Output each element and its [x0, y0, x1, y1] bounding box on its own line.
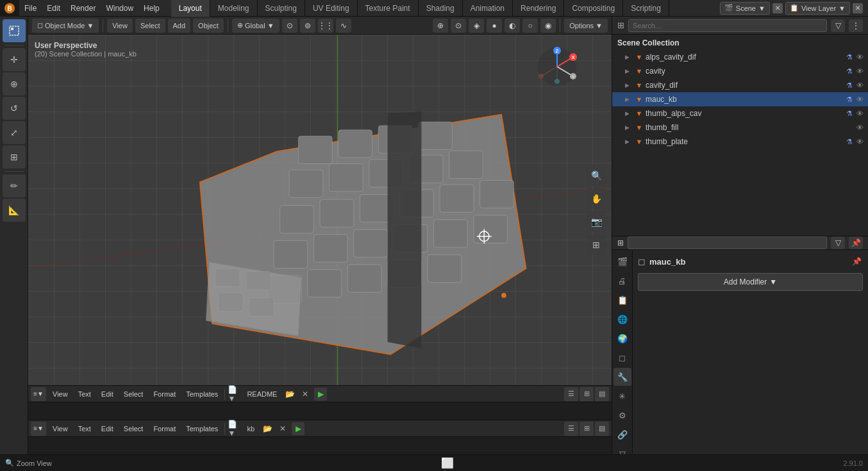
te1-new-btn[interactable]: 📄▼	[228, 388, 240, 401]
snap-btn[interactable]: ⊙	[282, 19, 297, 33]
shading-render[interactable]: ○	[522, 19, 538, 33]
outliner-search[interactable]	[628, 19, 827, 32]
tool-transform[interactable]: ⊞	[3, 145, 26, 169]
tab-sculpting[interactable]: Sculpting	[258, 0, 305, 17]
item-visibility-5[interactable]: 👁	[854, 122, 865, 133]
props-tab-physics[interactable]: ⚙	[613, 406, 631, 424]
props-tab-constraints[interactable]: 🔗	[613, 426, 631, 443]
te2-text[interactable]: Text	[74, 422, 95, 436]
te2-run-btn[interactable]: ▶	[292, 422, 305, 435]
props-tab-render[interactable]: 🎬	[613, 252, 631, 270]
tab-layout[interactable]: Layout	[171, 0, 210, 17]
te1-select[interactable]: Select	[120, 387, 147, 401]
transform-btn[interactable]: ⊕ Global ▼	[232, 19, 280, 33]
tool-scale[interactable]: ⤢	[3, 121, 26, 144]
tab-rendering[interactable]: Rendering	[513, 0, 564, 17]
props-search[interactable]	[628, 236, 827, 249]
props-tab-particles[interactable]: ✳	[613, 387, 631, 405]
te2-new-btn[interactable]: 📄▼	[228, 422, 240, 435]
add-menu-btn[interactable]: Add	[168, 19, 191, 33]
props-filter-btn[interactable]: ▽	[831, 236, 845, 249]
item-visibility-4[interactable]: 👁	[854, 108, 865, 119]
menu-window[interactable]: Window	[101, 0, 138, 17]
props-tab-modifier[interactable]: 🔧	[613, 368, 631, 386]
te1-format[interactable]: Format	[149, 387, 179, 401]
tool-rotate[interactable]: ↺	[3, 97, 26, 120]
te2-select[interactable]: Select	[120, 422, 147, 436]
outliner-options-btn[interactable]: ⋮	[849, 19, 863, 32]
te2-type-icon[interactable]: ≡▼	[31, 422, 46, 436]
curve-btn[interactable]: ∿	[336, 19, 351, 33]
te1-run-btn[interactable]: ▶	[314, 388, 327, 401]
te2-format[interactable]: Format	[149, 422, 179, 436]
props-tab-view-layer[interactable]: 📋	[613, 291, 631, 309]
select-menu-btn[interactable]: Select	[135, 19, 165, 33]
tab-uv-editing[interactable]: UV Editing	[305, 0, 358, 17]
gizmo-btn[interactable]: ⊕	[433, 19, 448, 33]
item-visibility-3[interactable]: 👁	[854, 94, 865, 105]
props-tab-output[interactable]: 🖨	[613, 272, 631, 290]
te2-content[interactable]	[28, 437, 612, 454]
menu-file[interactable]: File	[19, 0, 42, 17]
te1-edit[interactable]: Edit	[97, 387, 117, 401]
ortho-btn[interactable]: ⊞	[586, 235, 606, 255]
te1-open-btn[interactable]: 📂	[283, 388, 296, 401]
te2-icon3[interactable]: ▤	[595, 422, 609, 436]
shading-solid[interactable]: ●	[487, 19, 502, 33]
scene-selector[interactable]: 🎬 Scene ▼	[720, 2, 770, 15]
tab-texture-paint[interactable]: Texture Paint	[358, 0, 419, 17]
3d-viewport[interactable]: User Perspective (20) Scene Collection |…	[28, 35, 612, 385]
props-pin[interactable]: 📌	[850, 255, 863, 268]
te2-edit[interactable]: Edit	[97, 422, 117, 436]
view-layer-close-btn[interactable]: ✕	[853, 3, 863, 13]
shading-texture[interactable]: ◉	[540, 19, 556, 33]
te2-open-btn[interactable]: 📂	[261, 422, 274, 435]
add-modifier-btn[interactable]: Add Modifier ▼	[638, 273, 863, 291]
props-tab-scene[interactable]: 🌐	[613, 310, 631, 328]
te2-close-btn[interactable]: ✕	[276, 422, 289, 435]
axis-widget[interactable]: Z X Y	[535, 44, 580, 89]
item-visibility-1[interactable]: 👁	[854, 65, 865, 77]
camera-btn[interactable]: 📷	[586, 211, 606, 232]
outliner-item-cavity-dif[interactable]: ▶ ▼ cavity_dif ⚗ 👁	[612, 78, 868, 92]
props-pin-btn[interactable]: 📌	[849, 236, 863, 249]
outliner-filter-btn[interactable]: ▽	[831, 19, 845, 32]
tool-move[interactable]: ⊕	[3, 72, 26, 95]
outliner-item-thumb-plate[interactable]: ▶ ▼ thumb_plate ⚗ 👁	[612, 135, 868, 149]
te2-icon1[interactable]: ☰	[564, 422, 578, 436]
menu-edit[interactable]: Edit	[42, 0, 65, 17]
outliner-item-mauc-kb[interactable]: ▶ ▼ mauc_kb ⚗ 👁	[612, 92, 868, 106]
outliner-item-thumb-fill[interactable]: ▶ ▼ thumb_fill 👁	[612, 120, 868, 135]
te1-icon3[interactable]: ▤	[595, 387, 609, 401]
te1-templates[interactable]: Templates	[182, 387, 222, 401]
te1-icon2[interactable]: ⊞	[580, 387, 594, 401]
tool-cursor[interactable]: ✛	[3, 48, 26, 71]
tool-select-box[interactable]	[3, 19, 26, 42]
te1-view[interactable]: View	[49, 387, 72, 401]
tab-modeling[interactable]: Modeling	[210, 0, 258, 17]
overlay-dots[interactable]: ⋮⋮	[318, 19, 333, 33]
overlay-btn[interactable]: ⊙	[451, 19, 466, 33]
props-tab-world[interactable]: 🌍	[613, 329, 631, 347]
te1-close-btn[interactable]: ✕	[299, 388, 312, 401]
options-btn[interactable]: Options ▼	[564, 19, 608, 33]
item-visibility-0[interactable]: 👁	[854, 51, 865, 63]
tab-shading[interactable]: Shading	[419, 0, 463, 17]
menu-help[interactable]: Help	[138, 0, 165, 17]
te2-templates[interactable]: Templates	[182, 422, 222, 436]
menu-render[interactable]: Render	[65, 0, 101, 17]
te2-icon2[interactable]: ⊞	[580, 422, 594, 436]
object-mode-btn[interactable]: ◻ Object Mode ▼	[32, 19, 99, 33]
props-tab-object[interactable]: ◻	[613, 349, 631, 367]
te1-type-icon[interactable]: ≡▼	[31, 387, 46, 401]
shading-material[interactable]: ◐	[505, 19, 520, 33]
xray-btn[interactable]: ◈	[469, 19, 484, 33]
te1-content[interactable]	[28, 402, 612, 420]
object-menu-btn[interactable]: Object	[193, 19, 224, 33]
te1-text[interactable]: Text	[74, 387, 95, 401]
tool-annotate[interactable]: ✏	[3, 174, 26, 197]
te1-icon1[interactable]: ☰	[564, 387, 578, 401]
scene-close-btn[interactable]: ✕	[772, 3, 783, 13]
zoom-in-btn[interactable]: 🔍	[586, 165, 606, 186]
te2-view[interactable]: View	[49, 422, 72, 436]
